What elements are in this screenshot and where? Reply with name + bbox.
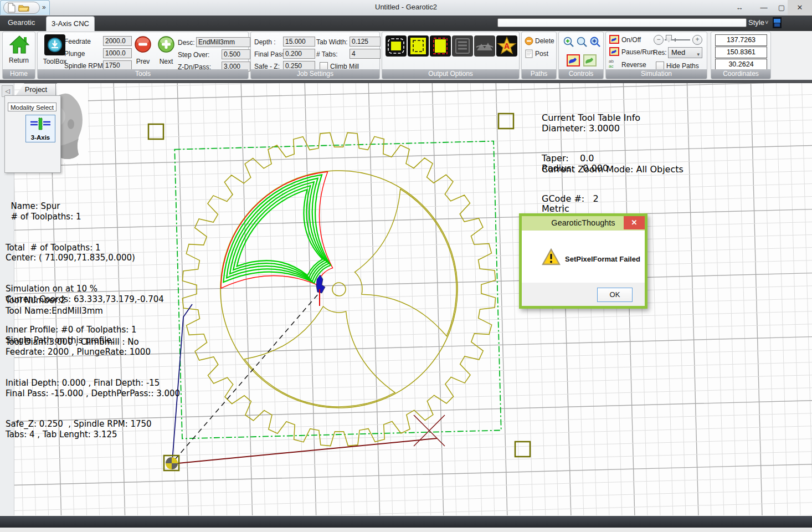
output-gcode-list-button[interactable] — [452, 35, 473, 57]
final-pass-field[interactable]: 0.200 — [283, 49, 315, 59]
output-outside-profile-button[interactable] — [386, 35, 407, 57]
group-simulation: On/Off Pause/Run ab ac Reverse − + Res: … — [605, 32, 707, 79]
group-job-settings: Depth : 15.000 Final Pass: 0.200 Safe - … — [250, 32, 380, 79]
depth-label: Depth : — [254, 38, 276, 46]
spindle-rpm-label: Spindle RPM — [64, 62, 103, 70]
group-coordinates: 137.7263 150.8361 30.2624 Coordinates — [711, 32, 771, 79]
delete-path-icon[interactable] — [525, 37, 533, 45]
sim-speed-minus-button[interactable]: − — [654, 35, 664, 45]
mountains-icon — [475, 36, 495, 56]
group-caption-simulation: Simulation — [606, 69, 707, 79]
sim-onoff-label[interactable]: On/Off — [621, 36, 641, 44]
next-button[interactable]: Next — [154, 58, 178, 65]
zoom-window-icon[interactable] — [563, 36, 575, 48]
gear-hub-circle — [332, 283, 346, 296]
output-post-all-button[interactable]: A — [496, 35, 517, 57]
dialog-close-button[interactable]: ✕ — [624, 216, 645, 229]
hide-paths-checkbox[interactable] — [656, 62, 664, 70]
tool-params-text: Tool Number:2Tool Name:EndMill3mm Tool D… — [6, 275, 180, 450]
tab-width-label: Tab Width: — [316, 38, 348, 46]
sim-speed-slider-thumb[interactable] — [666, 35, 672, 42]
group-caption-tools: Tools — [38, 69, 248, 79]
gearotic-thoughts-dialog: GearoticThoughts ✕ SetPixelFormat Failed… — [519, 213, 647, 309]
num-tabs-field[interactable]: 4 — [350, 49, 381, 59]
group-caption-job-settings: Job Settings — [251, 69, 379, 79]
coord-z-field: 30.2624 — [715, 59, 767, 70]
group-controls: Controls — [558, 32, 604, 79]
prev-button[interactable]: Prev — [131, 58, 155, 65]
sim-pause-bird-icon — [610, 48, 618, 55]
group-caption-output-options: Output Options — [382, 69, 519, 79]
ribbon: Return Home ToolBox Feedrate 2000.0 Plun… — [0, 31, 812, 80]
modality-select-title: Modality Select — [8, 103, 56, 111]
toolbox-button[interactable] — [44, 34, 65, 55]
3axis-icon — [28, 117, 53, 131]
star-a-icon: A — [497, 36, 517, 56]
coord-y-field: 150.8361 — [715, 47, 767, 58]
tool-table-info-text: Current Tool Table InfoDiameter: 3.0000 … — [542, 93, 640, 224]
modality-3axis-button[interactable]: 3-Axis — [25, 115, 55, 142]
group-caption-controls: Controls — [559, 69, 603, 79]
toolbox-icon — [47, 37, 63, 53]
post-gcode-icon[interactable] — [525, 49, 533, 58]
depth-field[interactable]: 15.000 — [283, 37, 315, 47]
sim-pause-run-label[interactable]: Pause/Run — [621, 48, 654, 56]
group-tools: ToolBox Feedrate 2000.0 Plunge 1000.0 Sp… — [37, 32, 249, 79]
res-dropdown[interactable]: Med ▾ — [668, 47, 702, 58]
dialog-footer: OK — [522, 283, 645, 306]
plunge-label: Plunge — [64, 50, 85, 58]
reverse-label[interactable]: Reverse — [621, 61, 646, 69]
app-mini-icon[interactable] — [772, 17, 782, 29]
stepover-field[interactable]: 0.500 — [222, 49, 250, 59]
dialog-ok-button[interactable]: OK — [597, 288, 633, 302]
gear-spoke-window — [353, 188, 458, 339]
desc-field[interactable]: EndMill3mm — [196, 37, 250, 47]
zoom-in-icon[interactable] — [589, 36, 602, 48]
reverse-icon[interactable]: ab ac — [609, 59, 619, 69]
style-dropdown-chevron[interactable]: ˅ — [765, 19, 768, 25]
output-on-line-button[interactable] — [430, 35, 451, 57]
group-paths: Delete Post Paths — [521, 32, 557, 79]
delete-path-label[interactable]: Delete — [535, 37, 554, 45]
slider-tick — [675, 38, 676, 42]
resize-button[interactable]: ↔ — [731, 0, 748, 16]
square-dashed-online-icon — [430, 36, 450, 56]
num-tabs-label: # Tabs: — [316, 50, 337, 58]
res-value: Med — [671, 48, 685, 57]
home-return-icon[interactable] — [9, 35, 29, 55]
corner-handle[interactable] — [515, 442, 530, 457]
square-dashed-inside-icon — [408, 36, 428, 56]
3axis-label: 3-Axis — [26, 134, 55, 141]
status-bar — [0, 515, 812, 528]
corner-handle[interactable] — [498, 114, 513, 129]
square-dashed-outside-icon — [386, 36, 406, 56]
style-label[interactable]: Style — [748, 18, 764, 27]
sim-speed-plus-button[interactable]: + — [692, 35, 702, 45]
group-output-options: A Output Options — [382, 32, 520, 79]
modality-select-panel: Modality Select 3-Axis — [4, 95, 61, 173]
feedrate-field[interactable]: 2000.0 — [103, 36, 132, 46]
post-gcode-label[interactable]: Post — [535, 50, 548, 58]
zoom-all-icon[interactable] — [576, 36, 588, 48]
sim-onoff-button[interactable] — [609, 35, 619, 44]
tab-3axis-cnc[interactable]: 3-Axis CNC — [46, 16, 95, 32]
style-search-input[interactable] — [497, 18, 747, 27]
tab-gearotic[interactable]: Gearotic — [8, 18, 35, 27]
speed-down-button[interactable] — [583, 54, 597, 66]
speed-up-button[interactable] — [567, 54, 580, 66]
tab-width-field[interactable]: 0.125 — [350, 37, 381, 47]
next-tool-icon[interactable] — [157, 35, 175, 53]
plunge-field[interactable]: 1000.0 — [103, 48, 132, 58]
return-button[interactable]: Return — [3, 57, 35, 64]
output-preview-button[interactable] — [474, 35, 495, 57]
warning-icon — [542, 248, 561, 266]
close-button[interactable]: ✕ — [788, 0, 812, 16]
bottom-strip — [0, 528, 812, 532]
prev-tool-icon[interactable] — [134, 35, 152, 53]
stepover-label: Step Over: — [178, 51, 209, 59]
list-lines-icon — [453, 36, 472, 56]
minimize-button[interactable]: — — [756, 0, 772, 16]
gear-spoke-window — [243, 305, 395, 410]
output-inside-profile-button[interactable] — [408, 35, 429, 57]
sim-pause-run-button[interactable] — [609, 47, 619, 56]
